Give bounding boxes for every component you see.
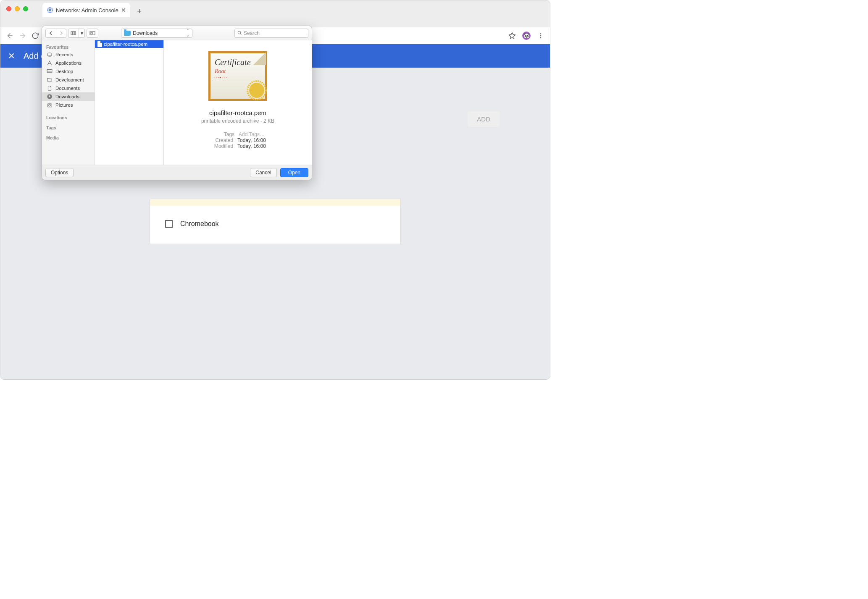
sidebar-item-label: Development [55,77,84,82]
preview-file-name: cipafilter-rootca.pem [209,109,266,116]
dialog-toolbar: ▾ Downloads ⌃⌄ Search [42,26,312,40]
sidebar-item-documents[interactable]: Documents [42,84,95,92]
dialog-search-input[interactable]: Search [234,29,308,38]
nav-forward-icon[interactable] [56,29,66,37]
preview-metadata: TagsAdd Tags… CreatedToday, 16:00 Modifi… [210,131,266,149]
open-button[interactable]: Open [280,168,308,177]
file-column: cipafilter-rootca.pem [95,40,164,165]
created-key: Created [210,137,233,143]
preview-cert-sub: Root [215,68,226,75]
column-view-icon[interactable] [68,29,79,37]
sidebar-header-locations: Locations [42,113,95,121]
forward-button[interactable] [16,29,29,42]
svg-point-10 [238,31,240,34]
nav-segmented [45,29,66,38]
tags-placeholder[interactable]: Add Tags… [239,131,265,137]
window-minimize-button[interactable] [15,6,20,11]
tab-strip: Networks: Admin Console ✕ + [42,2,145,17]
options-button[interactable]: Options [45,168,74,177]
modified-key: Modified [210,143,233,149]
file-name: cipafilter-rootca.pem [104,42,147,47]
sidebar-item-label: Pictures [55,102,73,108]
add-button[interactable]: ADD [468,111,500,127]
profile-avatar[interactable]: 🐼 [521,30,532,42]
reload-button[interactable] [29,29,42,42]
desktop-icon [46,68,53,74]
svg-point-3 [540,35,542,37]
clock-icon [46,52,53,58]
sidebar-item-pictures[interactable]: Pictures [42,101,95,109]
location-popup[interactable]: Downloads ⌃⌄ [121,29,192,38]
sidebar-header-favourites: Favourites [42,43,95,50]
sidebar-item-recents[interactable]: Recents [42,50,95,59]
location-label: Downloads [133,30,158,36]
traffic-lights [6,6,28,11]
checkbox-label: Chromebook [180,220,219,228]
svg-rect-6 [73,32,74,35]
sidebar-item-label: Downloads [55,94,79,99]
document-icon [97,41,102,47]
sidebar-header-media: Media [42,134,95,141]
star-bookmark-icon[interactable] [506,30,518,42]
certificate-preview-icon: Certificate Root 〰〰 [208,51,267,101]
svg-rect-9 [91,32,92,34]
browser-tab[interactable]: Networks: Admin Console ✕ [42,3,130,17]
svg-point-2 [540,33,542,34]
window-close-button[interactable] [6,6,11,11]
file-preview-pane: Certificate Root 〰〰 cipafilter-rootca.pe… [164,40,312,165]
sidebar-item-label: Documents [55,86,80,91]
view-mode-picker[interactable]: ▾ [68,29,85,38]
seal-icon [247,80,267,100]
folder-icon [124,31,131,36]
cancel-button[interactable]: Cancel [250,168,276,177]
apps-icon [46,60,53,66]
chevron-updown-icon: ⌃⌄ [186,29,189,37]
dialog-body: Favourites Recents Applications Desktop … [42,40,312,165]
browser-chrome: Networks: Admin Console ✕ + [0,0,550,27]
new-tab-button[interactable]: + [134,5,145,17]
folder-icon [46,77,53,83]
sidebar-header-tags: Tags [42,123,95,131]
camera-icon [46,102,53,108]
modified-value: Today, 16:00 [237,143,266,149]
svg-rect-7 [74,32,76,35]
tab-title: Networks: Admin Console [56,7,118,13]
svg-point-17 [249,83,264,98]
svg-point-0 [49,9,51,11]
sidebar-item-development[interactable]: Development [42,76,95,84]
page-close-icon[interactable]: ✕ [8,51,15,61]
file-row-selected[interactable]: cipafilter-rootca.pem [95,40,163,48]
download-icon [46,94,53,100]
sidebar-item-downloads[interactable]: Downloads [42,92,95,101]
dialog-footer: Options Cancel Open [42,165,312,180]
dialog-sidebar: Favourites Recents Applications Desktop … [42,40,95,165]
svg-rect-13 [47,69,52,73]
created-value: Today, 16:00 [237,137,266,143]
more-menu-icon[interactable] [535,30,547,42]
back-button[interactable] [4,29,16,42]
svg-point-4 [540,37,542,38]
svg-marker-1 [509,33,516,39]
chevron-down-icon[interactable]: ▾ [79,29,84,37]
sidebar-item-label: Applications [55,60,82,66]
sidebar-item-label: Desktop [55,69,73,74]
checkbox-icon[interactable] [165,220,173,228]
window-zoom-button[interactable] [23,6,28,11]
form-card: Chromebook [150,199,401,244]
tags-key: Tags [211,131,234,137]
sidebar-item-desktop[interactable]: Desktop [42,67,95,76]
tab-favicon-gear-icon [47,7,53,13]
grouping-button[interactable] [87,29,98,38]
sidebar-item-applications[interactable]: Applications [42,59,95,67]
svg-point-12 [47,53,52,55]
tab-close-icon[interactable]: ✕ [121,7,126,13]
checkbox-row[interactable]: Chromebook [160,217,390,231]
search-placeholder: Search [244,30,260,36]
svg-rect-5 [71,32,72,35]
nav-back-icon[interactable] [46,29,56,37]
preview-cert-word: Certificate [215,58,251,67]
document-icon [46,85,53,91]
svg-point-16 [49,104,51,106]
file-open-dialog: ▾ Downloads ⌃⌄ Search Favourites Recents… [42,26,312,180]
card-banner [150,199,400,206]
